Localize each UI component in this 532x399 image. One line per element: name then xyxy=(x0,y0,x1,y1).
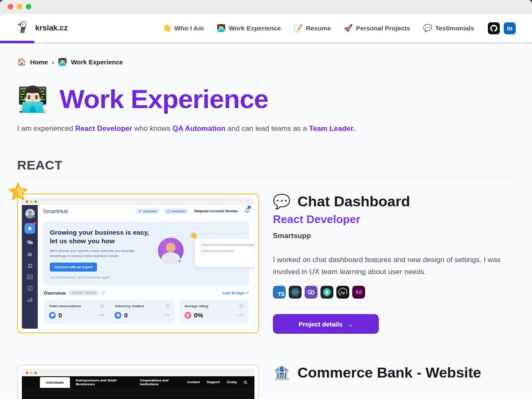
date-range-pill: 2/2/2024 - 3/2/2024 xyxy=(69,290,98,296)
bell-icon[interactable] xyxy=(245,207,249,215)
team-leader-link[interactable]: Team Leader. xyxy=(309,124,355,133)
section-commerce-bank: Individuals Entrepreneurs and Small Busi… xyxy=(17,365,515,399)
nav-menu: 👋Who I Am 👨🏻‍💻Work Experience 📝Resume 🚀P… xyxy=(162,24,474,33)
bank-icon: 🏦 xyxy=(273,365,290,381)
react-developer-link[interactable]: React Developer xyxy=(75,124,132,133)
waving-hand-icon: 👋 xyxy=(190,232,198,239)
chatbot-icon[interactable] xyxy=(27,252,33,257)
breadcrumb-home-link[interactable]: Home xyxy=(30,58,48,66)
mini-window-titlebar xyxy=(22,198,254,205)
github-icon[interactable] xyxy=(488,22,500,34)
period-dropdown[interactable]: Last 30 days xyxy=(223,291,248,295)
project-screenshot-card[interactable]: SmartHub Unlimited Unlimited Request Acc… xyxy=(17,193,259,333)
chatbot-icon xyxy=(115,312,121,319)
brand-logo-link[interactable]: krsiak.cz xyxy=(16,20,68,36)
project-description: I worked on chat dashboard features and … xyxy=(273,254,511,278)
section-divider xyxy=(17,178,515,178)
statistics-icon[interactable] xyxy=(27,297,33,302)
waving-hand-icon: 👋 xyxy=(162,24,171,33)
mini-window-titlebar xyxy=(22,369,254,376)
social-links: in xyxy=(488,22,516,34)
star-icon xyxy=(9,182,27,202)
project-info-commerce-bank: 🏦 Commerce Bank - Website xyxy=(273,365,515,381)
stat-average-rating: Average rating? 0% → 0% xyxy=(184,304,243,319)
promo-dismiss-link[interactable]: I'm not interested, don't show this agai… xyxy=(50,275,150,279)
page-title: Work Experience xyxy=(59,84,268,114)
scroll-progress-bar xyxy=(0,41,34,43)
browser-window: krsiak.cz 👋Who I Am 👨🏻‍💻Work Experience … xyxy=(0,0,532,399)
brand-name: krsiak.cz xyxy=(35,24,68,33)
nav-item-personal-projects[interactable]: 🚀Personal Projects xyxy=(344,24,410,33)
arrow-right-icon: → xyxy=(347,320,353,328)
breadcrumb: 🏠 Home › 👨🏻‍💻 Work Experience xyxy=(17,57,515,66)
smarthub-topbar: SmartHub Unlimited Unlimited Request Acc… xyxy=(38,205,254,218)
project-title: 💬 Chat Dashboard xyxy=(273,193,515,209)
minimize-window-button[interactable] xyxy=(17,4,22,9)
bank-link-contact[interactable]: Contact xyxy=(187,380,200,384)
bank-page-content xyxy=(22,388,254,399)
project-info-chat-dashboard: 💬 Chat Dashboard React Developer Smartsu… xyxy=(273,193,515,334)
bank-link-support[interactable]: Support xyxy=(207,380,220,384)
nav-item-resume[interactable]: 📝Resume xyxy=(294,24,331,33)
promo-panel: Growing your business is easy, let us sh… xyxy=(43,222,249,285)
bank-tab-individuals[interactable]: Individuals xyxy=(40,377,70,388)
project-role-link[interactable]: React Developer xyxy=(273,213,515,226)
smarthub-sidebar xyxy=(22,205,38,329)
bank-tab-corporations[interactable]: Corporations and Institutions xyxy=(134,376,187,388)
smarthub-screenshot: SmartHub Unlimited Unlimited Request Acc… xyxy=(21,198,255,329)
project-company: Smartsupp xyxy=(273,232,515,240)
window-titlebar xyxy=(0,0,532,14)
main-navbar: krsiak.cz 👋Who I Am 👨🏻‍💻Work Experience … xyxy=(0,14,532,43)
intro-text: I am experienced React Developer who kno… xyxy=(17,124,515,133)
unlimited-chatbot-badge[interactable]: Unlimited xyxy=(163,209,188,214)
commerce-bank-screenshot: Individuals Entrepreneurs and Small Busi… xyxy=(21,369,255,399)
bank-link-language[interactable]: Česky xyxy=(227,380,237,384)
info-icon: ? xyxy=(166,304,170,308)
home-icon[interactable] xyxy=(24,223,35,234)
technologist-icon: 👨🏻‍💻 xyxy=(217,24,226,33)
nav-item-work-experience[interactable]: 👨🏻‍💻Work Experience xyxy=(217,24,281,33)
adobe-xd-icon: Xd xyxy=(352,286,365,299)
house-icon: 🏠 xyxy=(17,57,26,66)
promo-text: We'll discuss your specific needs and he… xyxy=(50,248,142,259)
connect-with-expert-button[interactable]: Connect with an expert xyxy=(50,263,97,272)
play-circle-icon[interactable] xyxy=(27,286,33,291)
stat-joined-by-chatbot: Joined by chatbot? 0 → 0% xyxy=(109,304,169,319)
speech-balloon-icon: 💬 xyxy=(423,24,432,33)
linkedin-icon[interactable]: in xyxy=(504,22,516,34)
chakra-ui-icon xyxy=(320,286,333,299)
project-details-button[interactable]: Project details→ xyxy=(273,314,379,334)
react-icon xyxy=(289,286,302,299)
zoom-window-button[interactable] xyxy=(26,4,31,9)
stat-total-conversations: Total conversations? 0 → 0% xyxy=(49,304,104,319)
rating-stat-card: Average rating? 0% → 0% xyxy=(179,299,248,323)
chat-bubble-icon xyxy=(49,312,56,319)
nav-item-who-i-am[interactable]: 👋Who I Am xyxy=(162,24,204,33)
heart-icon xyxy=(184,312,191,319)
page-header: 👨🏻‍💻 Work Experience xyxy=(17,84,515,114)
search-icon[interactable] xyxy=(244,378,248,386)
qa-automation-link[interactable]: QA Automation xyxy=(172,124,225,133)
chevron-down-icon xyxy=(246,291,249,294)
contact-card-icon[interactable] xyxy=(27,275,33,279)
overview-row: Overview 2/2/2024 - 3/2/2024 ? Last 30 d… xyxy=(38,290,254,296)
project-title: 🏦 Commerce Bank - Website xyxy=(273,365,515,381)
unlimited-conversations-badge[interactable]: Unlimited xyxy=(135,209,160,214)
project-screenshot-card[interactable]: Individuals Entrepreneurs and Small Busi… xyxy=(17,365,259,399)
technologist-icon: 👨🏻‍💻 xyxy=(58,57,67,66)
request-account-review-link[interactable]: Request Account Review xyxy=(194,209,238,213)
memo-icon: 📝 xyxy=(294,24,303,33)
smarthub-brand: SmartHub xyxy=(43,208,68,215)
promo-title: Growing your business is easy, let us sh… xyxy=(50,228,150,245)
promo-illustration: 👋 xyxy=(155,228,242,279)
close-window-button[interactable] xyxy=(8,4,13,9)
conversations-icon[interactable] xyxy=(27,240,33,245)
contacts-icon[interactable] xyxy=(27,263,33,268)
nav-item-testimonials[interactable]: 💬Testimonials xyxy=(423,24,474,33)
bank-tab-entrepreneurs[interactable]: Entrepreneurs and Small Businesses xyxy=(70,376,134,388)
redux-icon xyxy=(305,286,317,299)
overview-label: Overview xyxy=(44,290,66,296)
info-icon: ? xyxy=(100,304,104,308)
tech-stack: TS cy Xd xyxy=(273,286,515,299)
eagle-logo-icon xyxy=(16,20,31,36)
